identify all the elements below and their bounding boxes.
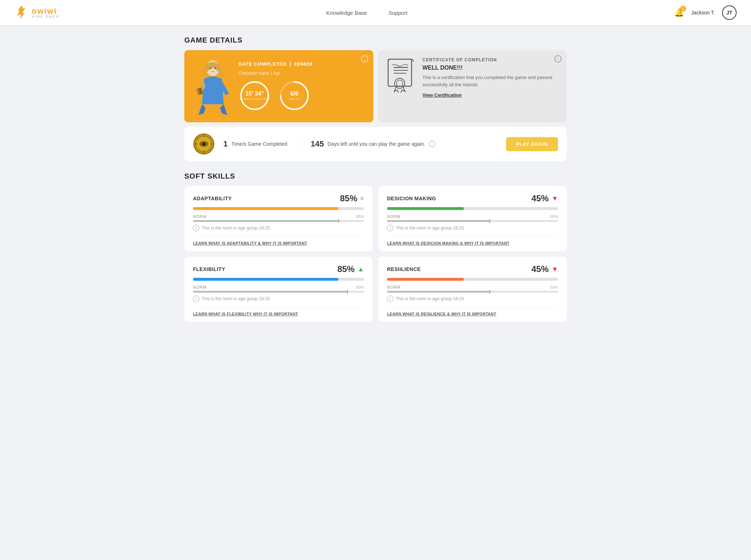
main-content: GAME DETAILS (177, 25, 574, 333)
main-nav: Knowledge Base Support (60, 10, 674, 16)
learn-link-3[interactable]: LEARN WHAT IS RESILIENCE & WHY IT IS IMP… (387, 307, 558, 316)
skill-card-2: FLEXIBILITY 85% ▲ NORM 90% i This is the… (184, 257, 373, 322)
logo-name: owiwi (32, 7, 60, 15)
avatar[interactable]: JT (722, 5, 737, 20)
skills-label: SKILLS (289, 97, 300, 101)
norm-info-icon-1[interactable]: i (387, 225, 394, 231)
svg-marker-0 (17, 5, 26, 19)
view-certification-link[interactable]: View Certification (422, 92, 462, 98)
nav-support[interactable]: Support (388, 10, 408, 16)
svg-rect-10 (388, 59, 412, 86)
norm-info-icon-2[interactable]: i (193, 296, 199, 302)
norm-info-text-3: This is the norm in age group 18-25 (396, 296, 464, 301)
norm-row-0: NORM 85% (193, 214, 364, 219)
skill-right-3: 45% ▼ (531, 264, 558, 274)
skill-name-2: FLEXIBILITY (193, 266, 225, 272)
header: owiwi HIRE ONCE Knowledge Base Support 🔔… (0, 0, 751, 25)
skill-pct-1: 45% (531, 193, 549, 204)
skill-progress-bar-1 (387, 207, 558, 210)
skill-name-1: DESICION MAKING (387, 196, 436, 201)
skill-name-0: ADAPTABILITY (193, 196, 232, 201)
skill-progress-bar-2 (193, 278, 364, 281)
notification-badge: 2 (680, 6, 686, 12)
game-card: DATE COMPLETED | 23/04/18 Character name… (184, 50, 373, 122)
char-name: Character name | Age (238, 71, 365, 76)
skill-pct-2: 85% (337, 264, 355, 274)
completion-time-circle: 15' 34" COMPLETION TIME (238, 79, 271, 112)
skill-header-0: ADAPTABILITY 85% ≡ (193, 193, 364, 204)
svg-point-14 (395, 78, 405, 88)
skill-name-3: RESIILIENCE (387, 266, 421, 272)
nav-right: 🔔 2 Jackson T. JT (674, 5, 737, 20)
norm-info-icon-3[interactable]: i (387, 296, 394, 302)
norm-pct-1: 60% (550, 214, 558, 219)
norm-info-row-3: i This is the norm in age group 18-25 (387, 296, 558, 302)
norm-info-text-0: This is the norm in age group 18-25 (202, 226, 270, 231)
svg-point-3 (215, 67, 216, 69)
logo-text: owiwi HIRE ONCE (32, 7, 60, 18)
norm-info-text-1: This is the norm in age group 18-25 (396, 226, 464, 231)
skill-progress-fill-2 (193, 278, 338, 281)
learn-link-0[interactable]: LEARN WHAT IS ADAPTABILITY & WHY IT IS I… (193, 236, 364, 245)
norm-label-0: NORM (193, 214, 207, 219)
soft-skills-title: SOFT SKILLS (184, 172, 567, 180)
play-again-button[interactable]: PLAY AGAIN (506, 137, 558, 151)
svg-point-32 (193, 143, 195, 145)
svg-point-30 (203, 134, 205, 135)
certificate-card: CERTIFICATE OF COMPLETION WELL DONE!!! T… (378, 50, 567, 122)
norm-marker-0 (338, 219, 339, 223)
cert-well-done: WELL DONE!!! (422, 65, 558, 71)
times-completed-stat: 1 Time/s Game Completed (223, 139, 287, 149)
logo-tagline: HIRE ONCE (32, 15, 60, 18)
game-details-grid: DATE COMPLETED | 23/04/18 Character name… (184, 50, 567, 122)
svg-point-15 (396, 80, 403, 87)
date-label: DATE COMPLETED (238, 61, 287, 67)
norm-marker-1 (489, 219, 490, 223)
soft-skills-grid: ADAPTABILITY 85% ≡ NORM 85% i This is th… (184, 186, 567, 322)
learn-link-2[interactable]: LEARN WHAT IS FLEXIBILITY WHY IT IS IMPO… (193, 307, 364, 316)
learn-link-1[interactable]: LEARN WHAT IS DESICION MAKING & WHY IT I… (387, 236, 558, 245)
norm-row-1: NORM 60% (387, 214, 558, 219)
game-info: DATE COMPLETED | 23/04/18 Character name… (238, 61, 365, 112)
stat-divider (299, 139, 299, 149)
norm-bar-fill-3 (387, 291, 489, 293)
trend-down-icon: ▼ (552, 266, 558, 273)
nav-knowledge-base[interactable]: Knowledge Base (326, 10, 367, 16)
skill-progress-bar-0 (193, 207, 364, 210)
user-name[interactable]: Jackson T. (691, 10, 715, 16)
logo[interactable]: owiwi HIRE ONCE (14, 5, 60, 21)
stats-row: 1 Time/s Game Completed 145 Days left un… (184, 127, 567, 161)
norm-label-2: NORM (193, 285, 207, 289)
character-svg (193, 57, 233, 115)
svg-point-31 (203, 153, 205, 154)
norm-info-text-2: This is the norm in age group 18-25 (202, 296, 270, 301)
cert-info-icon[interactable]: i (554, 55, 562, 62)
skills-circle: 6/8 SKILLS (278, 79, 311, 112)
skills-value: 6/8 (289, 91, 300, 97)
days-left-info-icon[interactable]: i (429, 141, 435, 147)
norm-pct-0: 85% (356, 214, 364, 219)
skill-card-3: RESIILIENCE 45% ▼ NORM 60% i This is the… (378, 257, 567, 322)
norm-pct-2: 90% (356, 285, 364, 289)
svg-point-21 (203, 143, 203, 144)
days-left-stat: 145 Days left until you can play the gam… (311, 139, 435, 149)
norm-row-2: NORM 90% (193, 285, 364, 289)
cert-title: CERTIFICATE OF COMPLETION (422, 57, 558, 62)
norm-info-row-0: i This is the norm in age group 18-25 (193, 225, 364, 231)
cert-description: This is a certification that you complet… (422, 74, 558, 88)
skill-right-2: 85% ▲ (337, 264, 364, 274)
completion-time-inner: 15' 34" COMPLETION TIME (240, 91, 269, 101)
skill-pct-3: 45% (531, 264, 549, 274)
skills-inner: 6/8 SKILLS (289, 91, 300, 101)
circles-row: 15' 34" COMPLETION TIME 6/8 SKILLS (238, 79, 365, 112)
norm-info-icon-0[interactable]: i (193, 225, 199, 231)
notification-bell[interactable]: 🔔 2 (674, 8, 684, 17)
norm-bar-container-0 (193, 220, 364, 222)
norm-info-row-2: i This is the norm in age group 18-25 (193, 296, 364, 302)
skill-card-0: ADAPTABILITY 85% ≡ NORM 85% i This is th… (184, 186, 373, 251)
game-card-info-icon[interactable]: i (361, 55, 368, 62)
times-completed-label: Time/s Game Completed (231, 141, 287, 147)
skill-progress-fill-3 (387, 278, 464, 281)
game-details-title: GAME DETAILS (184, 36, 567, 44)
date-value: 23/04/18 (294, 61, 312, 67)
